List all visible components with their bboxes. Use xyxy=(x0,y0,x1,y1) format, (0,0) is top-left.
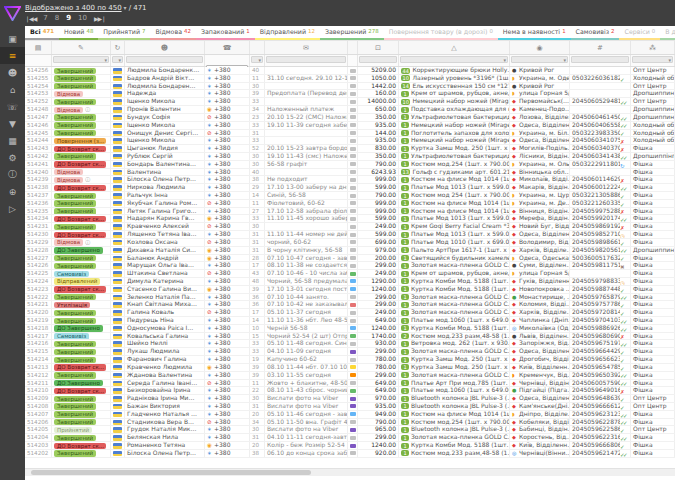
tracking-number[interactable]: 0503222911801 xyxy=(572,161,620,168)
order-row-514238[interactable]: 514238ДО Возврат ск…Ниркова Людмила∗+380… xyxy=(25,184,675,192)
order-row-514221[interactable]: 514221УтилізаціяКнап Світлана Миха…∗+380… xyxy=(25,301,675,309)
status-badge[interactable]: ДО Возврат ск… xyxy=(54,443,106,449)
tracking-number[interactable]: 0503221260335 xyxy=(572,200,620,207)
tracking-number[interactable]: 20450598691927 xyxy=(572,223,620,230)
tracking-number[interactable]: 20450598986611 xyxy=(572,239,620,246)
tab-6[interactable]: Завершений278 xyxy=(320,26,384,40)
status-badge[interactable]: Завершений xyxy=(54,68,96,74)
order-row-514202[interactable]: 514202ЗавершенийБілоска Олена Петр…∗+380… xyxy=(25,450,675,458)
order-row-514205[interactable]: 514205ПрийнятийГрудок Наталія Мик…∗+3803… xyxy=(25,426,675,434)
tracking-number[interactable]: 20450597041035 xyxy=(572,317,620,324)
status-badge[interactable]: Відмова xyxy=(54,169,83,175)
column-header-num[interactable] xyxy=(250,41,265,54)
status-badge[interactable]: ДО Возврат ск… xyxy=(54,146,106,152)
tracking-number[interactable]: 20450597577864 xyxy=(572,301,620,308)
filter-box-ttn[interactable] xyxy=(571,56,629,63)
order-row-514208[interactable]: 514208ЗавершенийБажан Виктория∗+38031Вис… xyxy=(25,403,675,411)
tab-10[interactable]: Сервіси0 xyxy=(619,26,660,40)
tab-4[interactable]: Запакований1 xyxy=(196,26,255,40)
status-badge[interactable]: Завершений xyxy=(54,419,96,425)
filter-box-comment[interactable] xyxy=(266,56,346,63)
order-row-514236[interactable]: 514236ЗавершенийЯкубчак Галина Ром…⊘+380… xyxy=(25,200,675,208)
status-badge[interactable]: Завершений xyxy=(54,357,96,363)
tracking-number[interactable]: 20450596231233 xyxy=(572,411,620,418)
order-row-514227[interactable]: 514227ЗавершенийБаланюк Андрій◉+3802807.… xyxy=(25,255,675,263)
sidebar-item-dashboard[interactable]: ▣ xyxy=(0,30,25,47)
order-row-514218[interactable]: 514218ДО ЗавершеноОдносумова Раіса І…∗+3… xyxy=(25,325,675,333)
tracking-number[interactable]: 20450603410754 xyxy=(572,137,620,144)
column-header-price[interactable]: ⊡ xyxy=(358,41,399,54)
order-row-514214[interactable]: 514214ЗавершенийФаранович Галина∗+38019К… xyxy=(25,356,675,364)
order-row-514253[interactable]: 514253ВідмоваНадежда∗+38039Предоплата (П… xyxy=(25,90,675,98)
filter-box-name[interactable] xyxy=(126,56,203,63)
order-row-514255[interactable]: 514255ЗавершенийБадров Андрій Вікт…∗+380… xyxy=(25,75,675,83)
order-row-514239[interactable]: 514239ВідмоваⓘБілоска Олена Петр…∗+38038… xyxy=(25,176,675,184)
status-badge[interactable]: ДО Возврат ск… xyxy=(54,185,106,191)
status-badge[interactable]: ДО Завершено xyxy=(54,247,103,253)
order-row-514226[interactable]: 514226ЗавершенийМарущак Ольга Іва…∗+3801… xyxy=(25,262,675,270)
order-row-514248[interactable]: 514248ВідмоваⓘПронів Валентин◉+38034Нало… xyxy=(25,106,675,114)
order-row-514246[interactable]: 514246ЗавершенийІщенко Микола∗+3803319.1… xyxy=(25,122,675,130)
tracking-number[interactable]: 20450596490166 xyxy=(572,387,620,394)
status-badge[interactable]: Завершений xyxy=(54,153,96,159)
status-badge[interactable]: Прийнятий xyxy=(54,427,92,433)
tracking-number[interactable]: 20450598205618 xyxy=(572,247,620,254)
status-badge[interactable]: Завершений xyxy=(54,114,96,120)
tracking-number[interactable]: 20450604065583 xyxy=(572,122,620,129)
status-badge[interactable]: ДО Возврат ск… xyxy=(54,216,106,222)
tab-8[interactable]: Нема в наявності1 xyxy=(498,26,571,40)
order-row-514211[interactable]: 514211ДО ЗавершеноСереда Галина Івані…⊘+… xyxy=(25,380,675,388)
order-row-514256[interactable]: 514256ЗавершенийЛюдмила Бондаренк…∗+3804… xyxy=(25,67,675,75)
order-row-514210[interactable]: 514210ДО Возврат ск…Безкоровайна Ірина∗+… xyxy=(25,387,675,395)
status-badge[interactable]: Завершений xyxy=(54,396,96,402)
column-header-product[interactable]: △ xyxy=(399,41,510,54)
status-badge[interactable]: Завершений xyxy=(54,403,96,409)
column-header-flag[interactable]: ↻ xyxy=(111,41,125,54)
tracking-number[interactable]: 20450599201747 xyxy=(572,215,620,222)
tab-11[interactable]: В дорозі додому0 xyxy=(660,26,675,40)
tab-9[interactable]: Самовивіз2 xyxy=(571,26,620,40)
status-badge[interactable]: Завершений xyxy=(54,224,96,230)
tracking-number[interactable]: 20450603403702 xyxy=(572,145,620,152)
tracking-number[interactable]: 20450596223163 xyxy=(572,434,620,441)
sidebar-item-funnel[interactable]: ▼ xyxy=(0,115,25,132)
page-number-10[interactable]: 10 xyxy=(78,13,87,24)
status-badge[interactable]: Завершений xyxy=(54,255,96,261)
tracking-number[interactable]: 20450597208143 xyxy=(572,309,620,316)
status-badge[interactable]: ДО Возврат ск… xyxy=(54,232,106,238)
status-badge[interactable]: Завершений xyxy=(54,99,96,105)
page-number-8[interactable]: 8 xyxy=(55,13,59,24)
filter-select-flag[interactable]: ▾ xyxy=(112,56,123,63)
status-badge[interactable]: Утилізація xyxy=(54,302,90,308)
sidebar-item-video[interactable]: ▷ xyxy=(0,200,25,217)
column-header-phone[interactable]: ☎ xyxy=(205,41,250,54)
tab-all[interactable]: Всі471 xyxy=(25,26,59,40)
column-header-ttn[interactable]: # xyxy=(570,41,631,54)
status-badge[interactable]: Завершений xyxy=(54,83,96,89)
tracking-number[interactable]: 20450598527102 xyxy=(572,231,620,238)
tracking-number[interactable]: 20450596668068 xyxy=(572,442,620,449)
status-badge[interactable]: Завершений xyxy=(54,341,96,347)
sidebar-item-warehouse[interactable]: ⌂ xyxy=(0,81,25,98)
tab-5[interactable]: Відправлений12 xyxy=(255,26,320,40)
tracking-number[interactable]: 0503223983350 xyxy=(572,130,620,137)
scrollbar-thumb[interactable] xyxy=(31,470,311,475)
status-badge[interactable]: ДО Завершено xyxy=(54,380,103,386)
column-header-src[interactable]: ⁂ xyxy=(631,41,675,54)
order-row-514223[interactable]: 514223ДО Возврат ск…Стасенко Галина Ви…◉… xyxy=(25,286,675,294)
order-row-514213[interactable]: 514213ДО Возврат ск…Кравченко Людмила◉+3… xyxy=(25,364,675,372)
tracking-number[interactable]: 20450603414387 xyxy=(572,153,620,160)
order-row-514242[interactable]: 514242ЗавершенийРублюк Сергій∗+3803019.1… xyxy=(25,153,675,161)
app-logo[interactable] xyxy=(0,0,25,26)
order-row-514247[interactable]: 514247ЗавершенийБундук Софія⊘+3802320.10… xyxy=(25,114,675,122)
sidebar-item-settings[interactable]: ⚙ xyxy=(0,149,25,166)
column-header-comment[interactable]: ✉ xyxy=(265,41,348,54)
column-header-name[interactable]: ☻ xyxy=(125,41,205,54)
tracking-number[interactable]: 20450596751973 xyxy=(572,340,620,347)
tracking-number[interactable]: 20450596666125 xyxy=(572,403,620,410)
status-badge[interactable]: Завершений xyxy=(54,75,96,81)
order-row-514216[interactable]: 514216ЗавершенийШейко Неллі∗+3803305.10 … xyxy=(25,340,675,348)
filter-select-product[interactable]: ▾ xyxy=(400,56,508,63)
order-row-514224[interactable]: 514224ВідправленийДимула Катерина∗+38048… xyxy=(25,278,675,286)
tracking-number[interactable]: 20450596644298 xyxy=(572,348,620,355)
